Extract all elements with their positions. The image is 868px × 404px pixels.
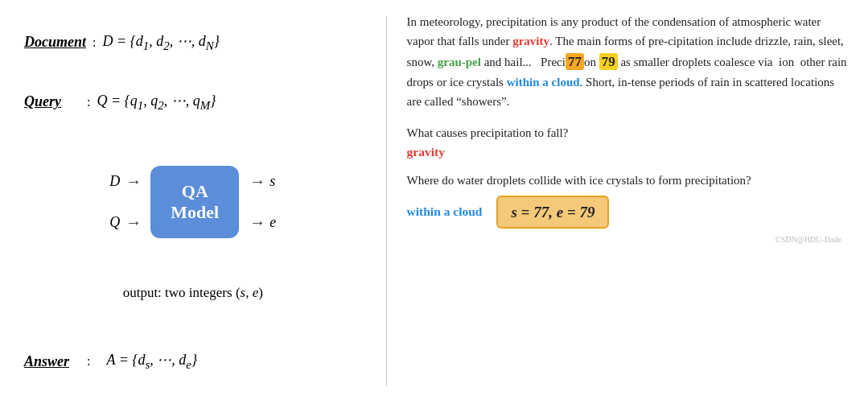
answer-label: Answer — [24, 353, 80, 370]
diagram-inputs: D → Q → — [109, 172, 141, 232]
query-formula: Q = {q1, q2, ⋯, qM} — [97, 92, 216, 113]
question-1: What causes precipitation to fall? — [407, 124, 848, 142]
query-row: Query : Q = {q1, q2, ⋯, qM} — [24, 92, 362, 113]
qa-model-box: QAModel — [150, 166, 239, 238]
output-description: output: two integers (s, e) — [24, 285, 362, 301]
qa-pair-1: What causes precipitation to fall? gravi… — [407, 124, 848, 162]
diagram-outputs: → s → e — [249, 172, 276, 232]
left-panel: Document : D = {d1, d2, ⋯, dN} Query : Q… — [0, 0, 386, 404]
document-colon: : — [93, 35, 96, 50]
document-formula: D = {d1, d2, ⋯, dN} — [102, 32, 220, 53]
answer-2: within a cloud — [407, 202, 483, 221]
passage-text: In meteorology, precipitation is any pro… — [407, 12, 848, 111]
watermark: CSDN@HDU-Dade — [401, 233, 841, 246]
right-panel: In meteorology, precipitation is any pro… — [387, 0, 868, 404]
gravity-word-passage: gravity — [512, 35, 549, 47]
qa-pair-2: Where do water droplets collide with ice… — [407, 171, 848, 229]
formula-box: s = 77, e = 79 — [496, 196, 609, 229]
document-row: Document : D = {d1, d2, ⋯, dN} — [24, 32, 362, 53]
arrow-e: → — [249, 213, 265, 232]
formula-answer: s — [511, 204, 516, 221]
answer-1: gravity — [407, 142, 848, 162]
output-s: → s — [249, 172, 276, 191]
arrow-q: → — [125, 213, 141, 232]
answer-colon: : — [87, 354, 90, 369]
question-2: Where do water droplets collide with ice… — [407, 171, 848, 190]
diagram-row: D → Q → QAModel → s → e — [24, 166, 362, 238]
document-label: Document — [24, 34, 86, 51]
arrow-d: → — [125, 172, 141, 191]
bottom-answer-row: within a cloud s = 77, e = 79 — [407, 196, 848, 229]
answer-row: Answer : A = {ds, ⋯, de} — [24, 351, 362, 372]
formula-e: e — [557, 204, 563, 221]
output-e: → e — [249, 213, 276, 232]
graupel-word: grau-pel — [438, 56, 481, 68]
query-label: Query — [24, 93, 80, 110]
answer-formula: A = {ds, ⋯, de} — [106, 351, 197, 372]
token-79: 79 — [599, 53, 618, 70]
within-cloud-passage: within a cloud — [507, 76, 580, 89]
token-77: 77 — [566, 53, 584, 70]
input-q: Q → — [109, 213, 141, 232]
qa-model-label: QAModel — [171, 181, 219, 223]
input-d: D → — [109, 172, 141, 191]
query-colon: : — [87, 95, 90, 109]
arrow-s: → — [249, 172, 265, 191]
